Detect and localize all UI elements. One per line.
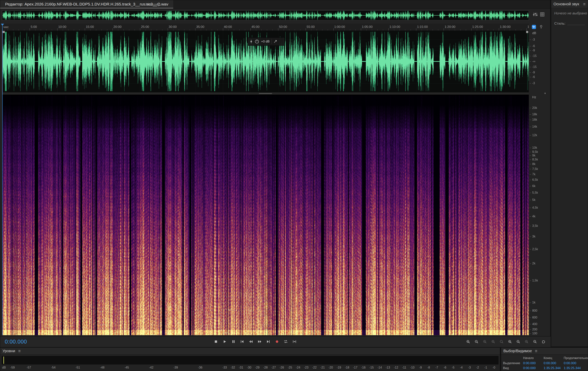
hud-expand-icon[interactable] <box>273 40 277 43</box>
fader-icon[interactable] <box>533 12 537 17</box>
gain-hud[interactable]: +0 dB <box>248 37 285 46</box>
zoom-in-button[interactable] <box>523 339 530 345</box>
overview-strip[interactable] <box>2 10 529 20</box>
amplitude-scale: dB -3-6-9-15-∞-15-9-6-3 <box>530 31 549 92</box>
ruler-tick <box>245 29 245 31</box>
hud-gain-value[interactable]: +0 dB <box>261 40 270 43</box>
scale-label: 7k <box>532 173 536 176</box>
style-dropdown[interactable] <box>567 25 585 25</box>
ruler-tick <box>366 29 367 31</box>
ruler-tick <box>256 29 256 31</box>
level-meter-tick-label: -45 <box>125 366 129 369</box>
level-meter-tick-label: -17 <box>353 366 357 369</box>
zoom-in-vertical-button[interactable] <box>507 339 513 345</box>
skip-selection-button[interactable] <box>291 338 298 345</box>
ruler-tick <box>300 29 300 31</box>
view-duration-value[interactable]: 1:35:25.344 <box>564 366 581 370</box>
view-start-value[interactable]: 0:00.000 <box>523 366 536 370</box>
ruler-tick <box>184 29 184 31</box>
tab-mixer-label: Микшер <box>146 2 160 7</box>
level-meter[interactable] <box>2 356 498 364</box>
fast-forward-button[interactable] <box>256 338 263 345</box>
view-splitter[interactable] <box>2 93 529 94</box>
panel-menu-icon[interactable]: ≡ <box>583 2 586 6</box>
level-meter-tick-label: -10 <box>410 366 414 369</box>
ruler-tick <box>273 29 273 31</box>
zoom-out-horizontal-button[interactable] <box>473 339 480 345</box>
selection-duration-value[interactable]: 0:00.000 <box>564 361 576 365</box>
reset-zoom-button[interactable] <box>540 339 546 345</box>
playhead-marker[interactable] <box>1 24 4 26</box>
level-meter-tick-label: -20 <box>328 366 333 369</box>
scale-label: -9 <box>532 49 535 52</box>
pause-button[interactable] <box>230 338 237 345</box>
ruler-tick <box>262 29 262 31</box>
ruler-tick <box>107 29 107 31</box>
ruler-tick <box>41 29 41 31</box>
panel-menu-icon[interactable]: ≡ <box>18 349 21 353</box>
ruler-tick <box>493 29 494 31</box>
zoom-out-vertical-button[interactable] <box>515 339 521 345</box>
ruler-tick <box>8 29 8 31</box>
level-meter-tick-label: -5 <box>452 366 454 369</box>
scale-label: 4,5k <box>532 206 538 209</box>
scale-collapse-arrow-icon[interactable]: ▾ <box>544 92 546 95</box>
level-meter-unit: dB <box>2 366 6 369</box>
vertical-scales: dB -3-6-9-15-∞-15-9-6-3 Hz 20k18k16k14k1… <box>530 31 549 335</box>
level-meter-tick-label: -3 <box>468 366 471 369</box>
scale-label: 200 <box>532 328 537 331</box>
clip-handle-right[interactable] <box>526 31 528 33</box>
overview-waveform-canvas[interactable] <box>2 11 529 20</box>
play-button[interactable] <box>221 338 228 345</box>
grid-icon[interactable] <box>540 12 545 17</box>
zoom-to-selection-button[interactable] <box>498 339 505 345</box>
playhead-line[interactable] <box>2 24 3 335</box>
rewind-button[interactable] <box>247 338 254 345</box>
zoom-in-selection-left-button[interactable] <box>482 339 488 345</box>
level-meter-tick-label: -57 <box>27 366 31 369</box>
panel-menu-icon[interactable]: ≡ <box>535 349 537 353</box>
timeline-ruler[interactable]: чмс 5:0010:0015:0020:0025:0030:0035:0040… <box>2 24 529 31</box>
scale-tick <box>530 186 531 186</box>
selection-end-value[interactable]: 0:00.000 <box>544 361 556 365</box>
waveform-view[interactable]: +0 dB <box>2 31 529 92</box>
ruler-tick <box>471 28 472 31</box>
pin-icon[interactable] <box>539 25 543 29</box>
spectrogram-canvas[interactable] <box>2 95 529 335</box>
ruler-tick <box>118 29 118 31</box>
tab-mixer[interactable]: Микшер <box>141 0 166 8</box>
row-label-selection: Выделение <box>503 361 520 365</box>
level-meter-tick-label: -8 <box>427 366 430 369</box>
monitor-icon[interactable] <box>531 24 536 29</box>
ruler-tick <box>515 29 516 31</box>
spectrogram-view[interactable] <box>2 95 529 335</box>
zoom-in-horizontal-button[interactable] <box>465 339 471 345</box>
ruler-tick-label: 1:15:00 <box>417 25 428 29</box>
scale-label: 20k <box>532 106 537 110</box>
scale-tick <box>530 333 531 334</box>
ruler-tick <box>168 28 168 31</box>
selection-view-header: Выбор/Видимое ≡ <box>501 348 588 354</box>
splitter-grip[interactable] <box>259 93 272 94</box>
zoom-out-button[interactable] <box>532 339 538 345</box>
scale-label: 2,5k <box>532 247 538 251</box>
ruler-tick-label: 25:00 <box>141 25 149 29</box>
zoom-in-selection-right-button[interactable] <box>490 339 496 345</box>
record-button[interactable] <box>273 338 281 345</box>
stop-button[interactable] <box>212 338 220 345</box>
view-end-value[interactable]: 1:35:25.344 <box>544 366 561 370</box>
ruler-tick <box>317 29 317 31</box>
ruler-tick <box>410 29 411 31</box>
ruler-tick-label: 40:00 <box>224 25 232 29</box>
clip-handle-left[interactable] <box>3 31 5 33</box>
hud-gain-knob-icon[interactable] <box>255 39 259 44</box>
selection-start-value[interactable]: 0:00.000 <box>523 361 536 365</box>
style-row: Стиль: <box>554 21 585 26</box>
move-to-previous-button[interactable] <box>239 338 246 345</box>
ruler-tick <box>488 29 488 31</box>
current-time-display[interactable]: 0:00.000 <box>5 339 27 345</box>
loop-playback-button[interactable] <box>282 338 289 345</box>
move-to-next-button[interactable] <box>265 338 272 345</box>
essential-sound-header: Основной звук ≡ <box>551 0 588 8</box>
scale-tick <box>530 120 531 120</box>
